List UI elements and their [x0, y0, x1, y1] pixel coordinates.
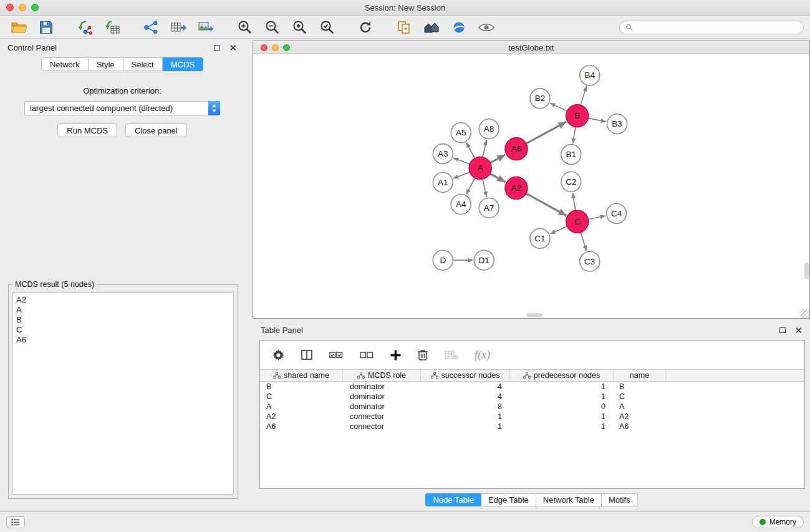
network-node[interactable]: A3 — [433, 144, 453, 164]
tab-style[interactable]: Style — [89, 57, 123, 71]
cell-successor-nodes[interactable]: 1 — [421, 412, 510, 422]
export-image-button[interactable] — [193, 17, 218, 37]
show-details-button[interactable] — [474, 17, 499, 37]
vertical-scrollbar-thumb[interactable] — [804, 263, 809, 279]
cell-filler[interactable] — [666, 382, 804, 392]
cell-predecessor-nodes[interactable]: 0 — [510, 402, 614, 412]
tab-motifs[interactable]: Motifs — [602, 493, 638, 506]
cell-mcds-role[interactable]: connector — [343, 422, 421, 432]
export-table-button[interactable] — [166, 17, 191, 37]
network-node[interactable]: B1 — [561, 145, 581, 165]
close-panel-icon[interactable]: ✕ — [229, 43, 237, 52]
search-input[interactable] — [636, 23, 798, 32]
tab-select[interactable]: Select — [123, 57, 163, 71]
network-edge[interactable] — [581, 233, 586, 251]
network-edge[interactable] — [581, 86, 586, 105]
save-session-button[interactable] — [34, 17, 59, 37]
cell-shared-name[interactable]: A6 — [260, 422, 343, 432]
apply-layout-button[interactable] — [353, 17, 378, 37]
open-session-button[interactable] — [6, 17, 31, 37]
network-node[interactable]: A — [469, 157, 491, 180]
import-table-button[interactable] — [100, 17, 125, 37]
tab-network[interactable]: Network — [41, 57, 89, 71]
mcds-result-list[interactable]: A2ABCA6 — [12, 293, 234, 495]
cell-filler[interactable] — [666, 402, 804, 412]
cell-shared-name[interactable]: A2 — [260, 412, 343, 422]
network-close-button[interactable] — [261, 44, 268, 51]
column-header-mcds-role[interactable]: MCDS role — [343, 370, 421, 381]
table-row[interactable]: A6connector11A6 — [260, 422, 804, 432]
network-edge[interactable] — [490, 173, 506, 182]
network-node[interactable]: B4 — [580, 65, 600, 85]
network-edge[interactable] — [588, 118, 606, 122]
network-edge[interactable] — [526, 122, 566, 143]
table-row[interactable]: Bdominator41B — [260, 382, 804, 392]
mcds-result-item[interactable]: C — [16, 325, 230, 335]
network-node[interactable]: D1 — [474, 250, 494, 270]
network-window-titlebar[interactable]: testGlobe.txt — [253, 41, 809, 54]
cell-successor-nodes[interactable]: 1 — [421, 422, 510, 432]
zoom-window-button[interactable] — [31, 4, 39, 11]
network-edge[interactable] — [483, 140, 486, 157]
horizontal-scrollbar-thumb[interactable] — [526, 313, 542, 317]
network-node[interactable]: B2 — [530, 89, 550, 109]
network-edge[interactable] — [526, 193, 567, 216]
network-edge[interactable] — [466, 142, 475, 158]
cell-name[interactable]: A — [614, 402, 666, 412]
minimize-window-button[interactable] — [19, 4, 26, 11]
table-row[interactable]: Adominator80A — [260, 402, 804, 412]
tab-node-table[interactable]: Node Table — [425, 493, 481, 506]
float-panel-icon[interactable] — [214, 45, 220, 51]
network-edge[interactable] — [483, 179, 486, 197]
column-header-shared-name[interactable]: shared name — [260, 370, 343, 381]
network-node[interactable]: A6 — [505, 138, 528, 160]
cell-name[interactable]: B — [614, 382, 666, 392]
show-columns-button[interactable] — [301, 349, 313, 361]
mcds-result-item[interactable]: A2 — [16, 295, 230, 305]
export-network-button[interactable] — [138, 17, 163, 37]
float-table-panel-icon[interactable] — [779, 327, 786, 333]
zoom-fit-button[interactable] — [287, 17, 312, 37]
cell-predecessor-nodes[interactable]: 1 — [510, 422, 614, 432]
close-window-button[interactable] — [6, 4, 14, 11]
network-edge[interactable] — [453, 172, 470, 178]
resize-grip[interactable] — [801, 309, 809, 318]
network-node[interactable]: C1 — [530, 228, 550, 248]
task-history-button[interactable] — [6, 516, 25, 528]
mcds-result-item[interactable]: A6 — [16, 335, 230, 345]
run-mcds-button[interactable]: Run MCDS — [57, 123, 117, 137]
column-header-successor-nodes[interactable]: successor nodes — [421, 370, 510, 381]
network-edge[interactable] — [550, 103, 567, 111]
network-node[interactable]: A4 — [451, 194, 471, 214]
cell-name[interactable]: C — [614, 392, 666, 402]
cell-mcds-role[interactable]: dominator — [343, 392, 421, 402]
add-column-button[interactable] — [390, 349, 402, 361]
cell-successor-nodes[interactable]: 4 — [421, 382, 510, 392]
network-edge[interactable] — [453, 158, 470, 164]
column-header-predecessor-nodes[interactable]: predecessor nodes — [510, 370, 614, 381]
cell-shared-name[interactable]: B — [260, 382, 343, 392]
cell-shared-name[interactable]: A — [260, 402, 343, 412]
network-node[interactable]: A7 — [479, 198, 499, 218]
cell-shared-name[interactable]: C — [260, 392, 343, 402]
tab-edge-table[interactable]: Edge Table — [481, 493, 536, 506]
delete-table-button[interactable] — [444, 349, 459, 361]
zoom-selected-button[interactable] — [314, 17, 339, 37]
network-node[interactable]: A5 — [451, 123, 471, 143]
function-builder-button[interactable]: f(x) — [475, 349, 490, 362]
node-table-body[interactable]: Bdominator41BCdominator41CAdominator80AA… — [260, 382, 804, 488]
network-node[interactable]: C4 — [607, 203, 627, 223]
network-node[interactable]: C2 — [561, 172, 581, 192]
network-minimize-button[interactable] — [272, 44, 279, 51]
column-header-name[interactable]: name — [614, 370, 666, 381]
cell-filler[interactable] — [666, 392, 804, 402]
cell-successor-nodes[interactable]: 8 — [421, 402, 510, 412]
cell-filler[interactable] — [666, 422, 804, 432]
select-all-button[interactable] — [329, 349, 344, 361]
mcds-result-item[interactable]: B — [16, 315, 230, 325]
network-overview-button[interactable] — [419, 17, 444, 37]
cell-successor-nodes[interactable]: 4 — [421, 392, 510, 402]
network-edge[interactable] — [573, 193, 576, 210]
network-edge[interactable] — [466, 178, 475, 194]
tab-network-table[interactable]: Network Table — [536, 493, 602, 506]
